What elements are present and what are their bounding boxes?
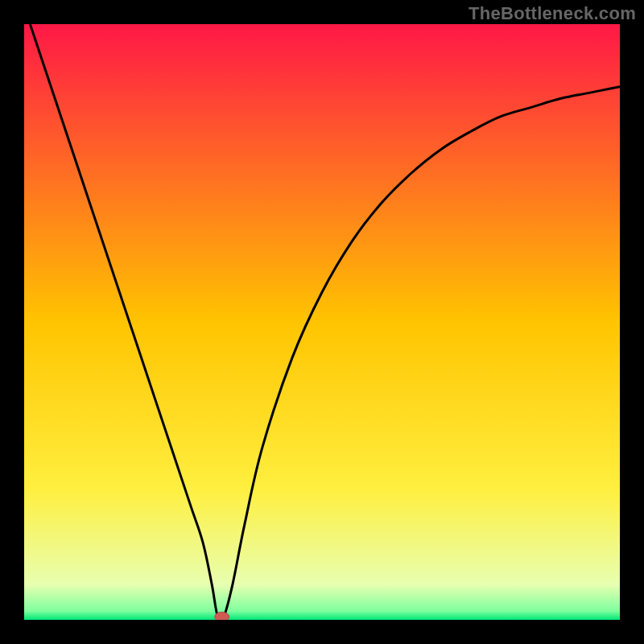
optimal-point-marker <box>215 612 229 620</box>
plot-area <box>24 24 620 620</box>
watermark-text: TheBottleneck.com <box>469 3 636 24</box>
chart-frame: TheBottleneck.com <box>0 0 644 644</box>
plot-svg <box>24 24 620 620</box>
gradient-background <box>24 24 620 620</box>
